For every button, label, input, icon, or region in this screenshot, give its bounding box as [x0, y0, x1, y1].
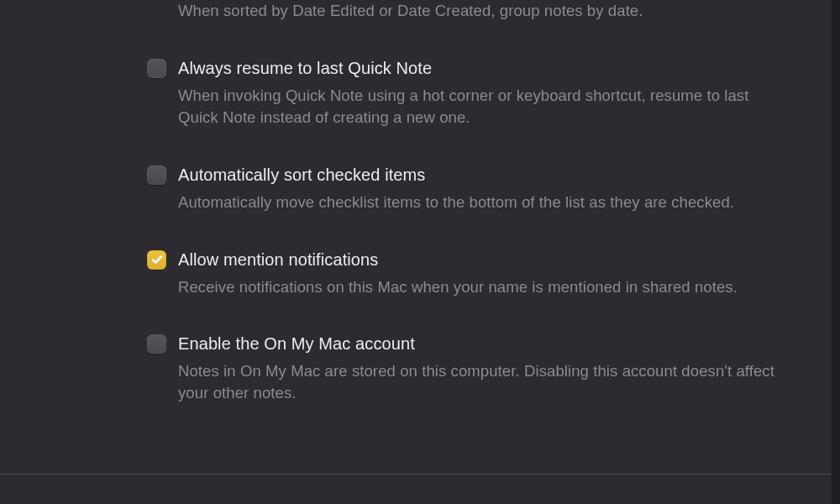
footer-divider	[0, 474, 840, 475]
pref-description: Notes in On My Mac are stored on this co…	[147, 360, 790, 404]
pref-header: Automatically sort checked items	[147, 165, 790, 185]
window-right-edge	[832, 0, 840, 504]
pref-description: When invoking Quick Note using a hot cor…	[147, 85, 790, 129]
pref-header: Always resume to last Quick Note	[147, 59, 790, 78]
pref-on-my-mac: Enable the On My Mac account Notes in On…	[147, 334, 790, 404]
checkmark-icon	[150, 253, 164, 266]
pref-title: Always resume to last Quick Note	[178, 59, 432, 78]
pref-resume-quick-note: Always resume to last Quick Note When in…	[147, 59, 790, 129]
pref-description: Receive notifications on this Mac when y…	[147, 276, 790, 298]
pref-header: Allow mention notifications	[147, 250, 790, 270]
resume-quick-note-checkbox[interactable]	[147, 59, 166, 78]
on-my-mac-checkbox[interactable]	[147, 334, 166, 354]
group-by-date-description: When sorted by Date Edited or Date Creat…	[147, 0, 790, 22]
auto-sort-checked-checkbox[interactable]	[147, 165, 166, 185]
pref-title: Automatically sort checked items	[178, 165, 425, 185]
pref-mention-notifications: Allow mention notifications Receive noti…	[147, 250, 790, 298]
pref-auto-sort-checked: Automatically sort checked items Automat…	[147, 165, 790, 213]
preferences-content: When sorted by Date Edited or Date Creat…	[0, 0, 840, 404]
pref-description: Automatically move checklist items to th…	[147, 192, 790, 213]
mention-notifications-checkbox[interactable]	[147, 250, 166, 270]
pref-header: Enable the On My Mac account	[147, 334, 790, 354]
pref-title: Enable the On My Mac account	[178, 334, 415, 354]
pref-title: Allow mention notifications	[178, 250, 378, 270]
